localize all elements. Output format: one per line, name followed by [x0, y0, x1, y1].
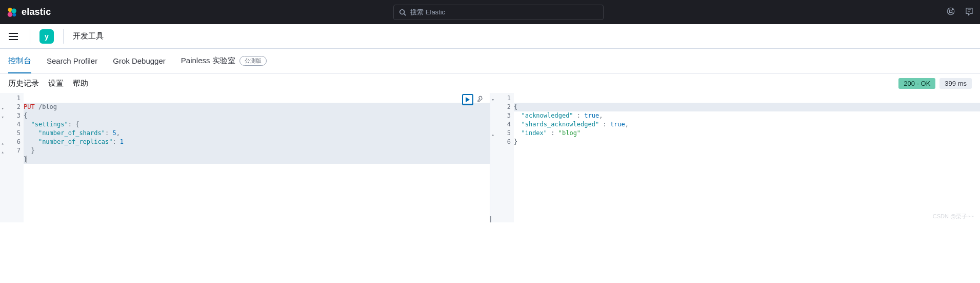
watermark: CSDN @栗子~~	[933, 213, 974, 220]
svg-line-11	[952, 12, 953, 14]
help-icon[interactable]	[946, 7, 955, 17]
settings-button[interactable]: 设置	[48, 79, 64, 88]
search-icon	[399, 9, 406, 16]
brand-text: elastic	[22, 7, 51, 17]
history-button[interactable]: 历史记录	[8, 79, 39, 88]
newsfeed-icon[interactable]	[965, 7, 974, 17]
elastic-logo-icon	[6, 7, 17, 18]
request-gutter: 1 ▾2 ▾3 4 5 ▴6 ▴7	[0, 93, 24, 222]
svg-point-1	[11, 8, 16, 13]
console-panes: 1 ▾2 ▾3 4 5 ▴6 ▴7 PUT /blog{ "settings":…	[0, 93, 980, 222]
global-search-input[interactable]: 搜索 Elastic	[393, 5, 604, 20]
timing-badge: 399 ms	[939, 78, 972, 89]
tab-search-profiler[interactable]: Search Profiler	[47, 49, 97, 73]
space-selector-button[interactable]: y	[39, 29, 54, 44]
svg-line-5	[404, 13, 406, 15]
nav-toggle-button[interactable]	[6, 29, 21, 44]
console-toolbar: 历史记录 设置 帮助 200 - OK 399 ms	[0, 73, 980, 93]
status-badge: 200 - OK	[898, 78, 935, 89]
response-viewer[interactable]: { "acknowledged" : true, "shards_acknowl…	[514, 93, 980, 222]
breadcrumb[interactable]: 开发工具	[73, 31, 104, 41]
tab-painless-lab[interactable]: Painless 实验室 公测版	[181, 49, 267, 73]
tab-grok-debugger[interactable]: Grok Debugger	[113, 49, 166, 73]
request-options-button[interactable]	[475, 94, 487, 105]
run-request-button[interactable]	[462, 94, 473, 105]
svg-line-9	[952, 9, 953, 10]
request-pane: 1 ▾2 ▾3 4 5 ▴6 ▴7 PUT /blog{ "settings":…	[0, 93, 490, 222]
svg-point-4	[400, 9, 405, 14]
svg-point-7	[949, 10, 952, 12]
divider	[30, 29, 30, 44]
svg-point-3	[12, 13, 16, 16]
tab-console[interactable]: 控制台	[8, 49, 31, 73]
svg-line-10	[948, 12, 950, 14]
fold-icon[interactable]: ▴	[2, 148, 4, 157]
brand-logo[interactable]: elastic	[6, 7, 51, 18]
app-subheader: y 开发工具	[0, 24, 980, 49]
divider	[63, 29, 64, 44]
search-placeholder: 搜索 Elastic	[410, 8, 445, 17]
beta-badge: 公测版	[239, 56, 267, 66]
svg-point-2	[8, 12, 13, 17]
svg-line-8	[948, 9, 950, 10]
devtools-tabs: 控制台 Search Profiler Grok Debugger Painle…	[0, 49, 980, 73]
pane-resize-handle[interactable]: ||	[489, 215, 490, 222]
request-editor[interactable]: PUT /blog{ "settings": { "number_of_shar…	[24, 93, 490, 222]
response-pane: ▾1 2 3 4 ▴5 6 { "acknowledged" : true, "…	[490, 93, 980, 222]
global-header: elastic 搜索 Elastic	[0, 0, 980, 24]
help-button[interactable]: 帮助	[73, 79, 88, 88]
response-gutter: ▾1 2 3 4 ▴5 6	[490, 93, 514, 222]
